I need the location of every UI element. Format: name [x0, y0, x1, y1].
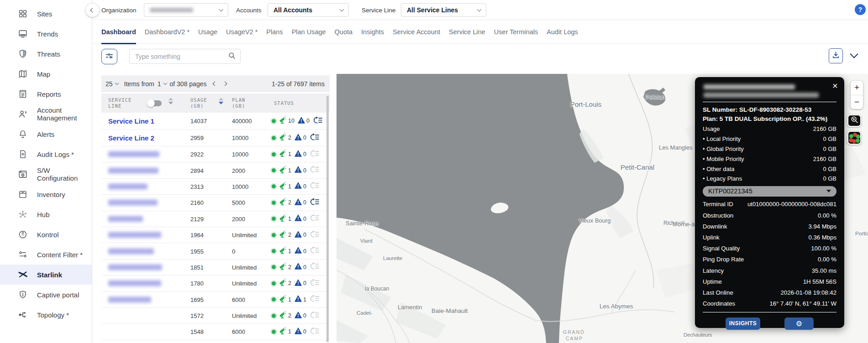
close-icon[interactable]: × [832, 81, 838, 90]
table-row[interactable]: Service Line 114037400000100 [101, 113, 330, 130]
sidebar-item-account-management[interactable]: Account Management [0, 104, 92, 124]
sidebar-item-content-filter[interactable]: Content Filter * [0, 244, 92, 265]
download-button[interactable] [829, 48, 843, 63]
service-line-toggle[interactable] [148, 100, 162, 106]
zoom-out-button[interactable]: − [851, 95, 863, 109]
history-icon[interactable] [313, 117, 322, 125]
tab-user-terminals[interactable]: User Terminals [494, 20, 538, 44]
column-usage[interactable]: USAGE (GB) [190, 97, 207, 109]
table-row[interactable]: 1695600011 [101, 292, 330, 308]
topbar: Organization Accounts All Accounts Servi… [92, 0, 868, 20]
service-line-name-masked[interactable] [108, 183, 147, 189]
sidebar-item-trends[interactable]: Trends [0, 24, 92, 44]
sidebar-item-sites[interactable]: Sites [0, 4, 92, 24]
filter-button[interactable] [101, 49, 117, 64]
service-line-link[interactable]: Service Line 1 [108, 117, 154, 125]
map-search-activity-button[interactable] [847, 114, 861, 127]
history-icon[interactable] [310, 214, 319, 223]
table-row[interactable]: 1780Unlimited20 [101, 275, 330, 291]
accounts-select[interactable]: All Accounts [268, 3, 349, 17]
tab-dashboard[interactable]: Dashboard [101, 20, 136, 44]
history-icon[interactable] [310, 231, 319, 239]
history-icon[interactable] [310, 295, 319, 304]
table-row[interactable]: Service Line 229591000020 [101, 130, 330, 146]
sidebar-item-inventory[interactable]: Inventory [0, 184, 92, 204]
kit-selector[interactable]: KITP00221345 [703, 186, 836, 197]
service-line-name-masked[interactable] [108, 200, 158, 206]
column-plan[interactable]: PLAN (GB) [232, 97, 245, 109]
sort-usage-descending[interactable] [219, 98, 223, 104]
tab-insights[interactable]: Insights [361, 20, 384, 44]
sidebar-item-starlink[interactable]: Starlink [0, 265, 92, 285]
table-row[interactable]: 2129200010 [101, 211, 330, 227]
sidebar-item-threats[interactable]: Threats [0, 44, 92, 64]
sidebar-item-kontrol[interactable]: Kontrol [0, 224, 92, 244]
tab-plans[interactable]: Plans [266, 20, 283, 44]
history-icon[interactable] [310, 166, 319, 175]
tab-quota[interactable]: Quota [335, 20, 353, 44]
service-line-name-masked[interactable] [108, 167, 158, 173]
tab-usage[interactable]: Usage [198, 20, 217, 44]
help-button[interactable]: ? [855, 4, 866, 15]
service-line-link[interactable]: Service Line 2 [108, 134, 154, 142]
table-row[interactable]: 1964Unlimited20 [101, 227, 330, 243]
tab-service-line[interactable]: Service Line [449, 20, 485, 44]
service-line-name-masked[interactable] [108, 216, 143, 222]
table-row[interactable]: 1851Unlimited20 [101, 260, 330, 275]
collapse-sidebar-button[interactable] [86, 4, 99, 17]
tab-service-account[interactable]: Service Account [393, 20, 440, 44]
column-service-line[interactable]: SERVICE LINE [108, 97, 132, 109]
sidebar-item-map[interactable]: Map [0, 64, 92, 84]
history-icon[interactable] [310, 134, 319, 142]
table-row[interactable]: 1955010 [101, 243, 330, 259]
search-input[interactable] [130, 53, 228, 60]
sidebar-item-s-w-configuration[interactable]: S/W Configuration [0, 164, 92, 184]
table-scrollbar[interactable] [326, 96, 329, 342]
sidebar-item-alerts[interactable]: Alerts [0, 124, 92, 144]
history-icon[interactable] [310, 263, 319, 271]
table-row[interactable]: 2160500020 [101, 195, 330, 211]
stat-label: Last Online [703, 289, 733, 296]
insights-button[interactable]: INSIGHTS [726, 317, 760, 330]
table-row[interactable]: 29221000010 [101, 146, 330, 162]
settings-button[interactable]: ⚙ [784, 317, 814, 330]
tab-plan-usage[interactable]: Plan Usage [292, 20, 326, 44]
service-line-select[interactable]: All Service Lines [401, 3, 486, 17]
sidebar-item-topology[interactable]: Topology * [0, 305, 92, 325]
service-line-name-masked[interactable] [108, 264, 162, 270]
history-icon[interactable] [310, 312, 319, 320]
history-icon[interactable] [310, 150, 319, 159]
history-icon[interactable] [310, 198, 319, 207]
tab-dashboardv2[interactable]: DashboardV2 * [145, 20, 189, 44]
previous-page-button[interactable] [213, 82, 217, 86]
organization-select[interactable] [144, 3, 228, 17]
status-cell: 20 [272, 311, 319, 321]
sidebar-item-hub[interactable]: Hub [0, 204, 92, 224]
service-line-name-masked[interactable] [108, 281, 161, 286]
sidebar-item-captive-portal[interactable]: Captive portal [0, 285, 92, 305]
page-size-select[interactable]: 25 [105, 80, 118, 88]
next-page-button[interactable] [223, 82, 227, 86]
tab-audit-logs[interactable]: Audit Logs [547, 20, 578, 44]
table-row[interactable]: 2894200010 [101, 162, 330, 178]
online-status-icon [272, 281, 276, 286]
tab-usagev2[interactable]: UsageV2 * [226, 20, 258, 44]
service-line-name-masked[interactable] [108, 151, 159, 157]
sidebar-item-reports[interactable]: Reports [0, 84, 92, 104]
sort-service-line[interactable] [168, 98, 173, 104]
table-row[interactable]: 1572Unlimited20 [101, 308, 330, 324]
history-icon[interactable] [310, 247, 319, 255]
collapse-panel-chevron[interactable] [850, 50, 858, 58]
history-icon[interactable] [310, 182, 319, 191]
sidebar-item-audit-logs[interactable]: Audit Logs * [0, 144, 92, 164]
service-line-name-masked[interactable] [108, 232, 161, 238]
map-cluster-layer-button[interactable] [847, 131, 861, 145]
table-row[interactable]: 1548600010 [101, 324, 330, 340]
history-icon[interactable] [310, 327, 319, 336]
zoom-in-button[interactable]: + [851, 81, 863, 95]
table-row[interactable]: 23131000010 [101, 179, 330, 195]
history-icon[interactable] [310, 279, 319, 288]
service-line-name-masked[interactable] [108, 248, 154, 254]
page-select[interactable]: 1 [158, 80, 167, 88]
service-line-name-masked[interactable] [108, 296, 151, 302]
